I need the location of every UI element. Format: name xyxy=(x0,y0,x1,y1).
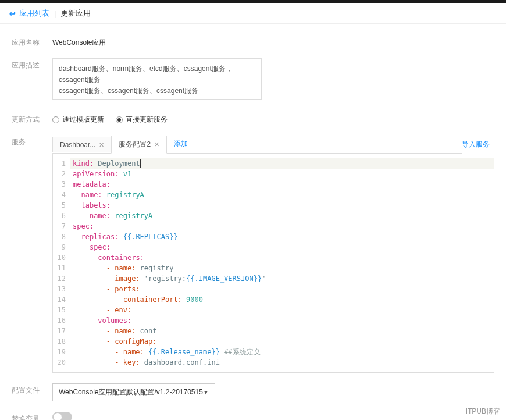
code-content: - ports: xyxy=(70,284,140,294)
code-line[interactable]: 8 replicas: {{.REPLICAS}} xyxy=(53,232,494,242)
line-number: 6 xyxy=(53,211,70,221)
code-line[interactable]: 9 spec: xyxy=(53,242,494,252)
code-line[interactable]: 20 - key: dashboard.conf.ini xyxy=(53,357,494,368)
replace-var-label: 替换变量 xyxy=(12,412,52,420)
config-file-value: WebConsole应用配置默认配置/v1.2-20170515 xyxy=(59,387,203,397)
code-line[interactable]: 19 - name: {{.Release_name}} ##系统定义 xyxy=(53,347,494,357)
tab-label: 服务配置2 xyxy=(119,140,151,150)
code-line[interactable]: 1kind: Deployment xyxy=(53,158,494,169)
line-number: 15 xyxy=(53,305,70,315)
breadcrumb: ↩ 应用列表 | 更新应用 xyxy=(0,3,506,24)
code-content: - name: {{.Release_name}} ##系统定义 xyxy=(70,347,261,357)
add-tab-link[interactable]: 添加 xyxy=(167,136,195,152)
radio-direct-label: 直接更新服务 xyxy=(126,115,168,124)
code-content: kind: Deployment xyxy=(70,158,494,169)
code-line[interactable]: 7spec: xyxy=(53,221,494,232)
code-content: spec: xyxy=(70,242,111,252)
code-line[interactable]: 17 - name: conf xyxy=(53,326,494,336)
line-number: 4 xyxy=(53,190,70,200)
code-line[interactable]: 13 - ports: xyxy=(53,284,494,294)
breadcrumb-separator: | xyxy=(54,9,56,18)
app-desc-label: 应用描述 xyxy=(12,58,52,70)
code-content: - configMap: xyxy=(70,336,157,347)
code-content: name: registryA xyxy=(70,190,144,200)
line-number: 11 xyxy=(53,263,70,273)
service-label: 服务 xyxy=(12,135,52,147)
line-number: 7 xyxy=(53,221,70,232)
close-icon[interactable]: ✕ xyxy=(154,141,159,148)
breadcrumb-back-link[interactable]: 应用列表 xyxy=(19,8,49,19)
close-icon[interactable]: ✕ xyxy=(99,141,104,149)
import-service-link[interactable]: 导入服务 xyxy=(462,140,494,150)
code-line[interactable]: 12 - image: 'registry:{{.IMAGE_VERSION}}… xyxy=(53,273,494,284)
code-content: - key: dashboard.conf.ini xyxy=(70,357,220,368)
replace-var-toggle[interactable] xyxy=(52,412,72,420)
config-file-label: 配置文件 xyxy=(12,383,52,396)
code-content: volumes: xyxy=(70,315,131,326)
radio-icon xyxy=(52,116,59,123)
code-line[interactable]: 2apiVersion: v1 xyxy=(53,169,494,179)
line-number: 20 xyxy=(53,357,70,368)
line-number: 8 xyxy=(53,232,70,242)
line-number: 1 xyxy=(53,158,70,169)
code-line[interactable]: 18 - configMap: xyxy=(53,336,494,347)
code-content: labels: xyxy=(70,200,111,211)
app-name-value: WebConsole应用 xyxy=(52,35,494,48)
app-desc-textarea[interactable] xyxy=(52,58,262,100)
line-number: 3 xyxy=(53,179,70,190)
code-content: containers: xyxy=(70,252,144,263)
tab-service-config-2[interactable]: 服务配置2 ✕ xyxy=(111,136,167,154)
line-number: 17 xyxy=(53,326,70,336)
radio-direct-update[interactable]: 直接更新服务 xyxy=(116,115,168,124)
code-line[interactable]: 10 containers: xyxy=(53,252,494,263)
code-content: - containerPort: 9000 xyxy=(70,294,203,305)
radio-icon xyxy=(116,116,123,123)
line-number: 10 xyxy=(53,252,70,263)
code-content: name: registryA xyxy=(70,211,152,221)
chevron-down-icon: ▼ xyxy=(203,389,209,396)
code-line[interactable]: 5 labels: xyxy=(53,200,494,211)
update-mode-label: 更新方式 xyxy=(12,112,52,124)
line-number: 16 xyxy=(53,315,70,326)
code-content: metadata: xyxy=(70,179,111,190)
watermark: ITPUB博客 xyxy=(466,407,500,417)
code-content: - image: 'registry:{{.IMAGE_VERSION}}' xyxy=(70,273,266,284)
line-number: 13 xyxy=(53,284,70,294)
breadcrumb-current: 更新应用 xyxy=(60,8,91,19)
code-content: replicas: {{.REPLICAS}} xyxy=(70,232,178,242)
tab-dashboard[interactable]: Dashboar... ✕ xyxy=(52,137,112,152)
line-number: 5 xyxy=(53,200,70,211)
line-number: 19 xyxy=(53,347,70,357)
code-content: - name: conf xyxy=(70,326,157,336)
radio-template-update[interactable]: 通过模版更新 xyxy=(52,115,104,124)
code-content: - name: registry xyxy=(70,263,173,273)
code-content: apiVersion: v1 xyxy=(70,169,131,179)
code-content: spec: xyxy=(70,221,94,232)
radio-template-label: 通过模版更新 xyxy=(62,115,104,124)
line-number: 12 xyxy=(53,273,70,284)
line-number: 9 xyxy=(53,242,70,252)
line-number: 14 xyxy=(53,294,70,305)
app-name-label: 应用名称 xyxy=(12,35,52,48)
code-line[interactable]: 3metadata: xyxy=(53,179,494,190)
form: 应用名称 WebConsole应用 应用描述 更新方式 通过模版更新 直接更新服… xyxy=(0,24,506,420)
code-line[interactable]: 15 - env: xyxy=(53,305,494,315)
code-content: - env: xyxy=(70,305,131,315)
config-file-select[interactable]: WebConsole应用配置默认配置/v1.2-20170515 ▼ xyxy=(52,383,215,401)
back-icon[interactable]: ↩ xyxy=(9,9,16,18)
code-line[interactable]: 14 - containerPort: 9000 xyxy=(53,294,494,305)
line-number: 18 xyxy=(53,336,70,347)
line-number: 2 xyxy=(53,169,70,179)
tab-label: Dashboar... xyxy=(60,141,95,149)
code-line[interactable]: 4 name: registryA xyxy=(53,190,494,200)
code-line[interactable]: 16 volumes: xyxy=(53,315,494,326)
service-tabs: Dashboar... ✕ 服务配置2 ✕ 添加 xyxy=(52,135,462,154)
yaml-editor[interactable]: 1kind: Deployment2apiVersion: v13metadat… xyxy=(52,154,494,373)
code-line[interactable]: 6 name: registryA xyxy=(53,211,494,221)
code-line[interactable]: 11 - name: registry xyxy=(53,263,494,273)
